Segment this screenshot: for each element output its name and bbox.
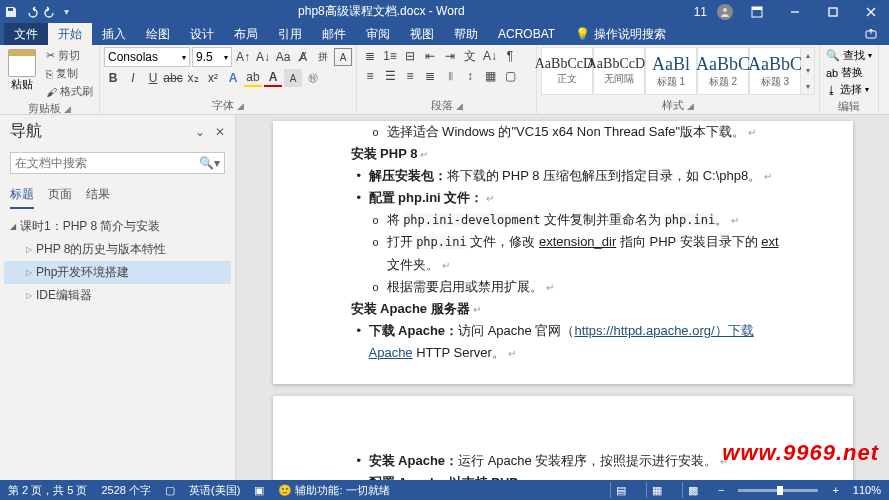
- search-icon[interactable]: 🔍▾: [199, 156, 220, 170]
- bullets-button[interactable]: ≣: [361, 47, 379, 65]
- copy-button[interactable]: ⎘复制: [44, 65, 95, 82]
- tab-view[interactable]: 视图: [400, 23, 444, 46]
- tell-me-search[interactable]: 💡 操作说明搜索: [575, 26, 666, 43]
- style-heading3[interactable]: AaBbC标题 3: [749, 47, 801, 95]
- zoom-level[interactable]: 110%: [853, 484, 881, 496]
- bold-button[interactable]: B: [104, 69, 122, 87]
- nav-dropdown-icon[interactable]: ⌄: [195, 125, 205, 139]
- tab-review[interactable]: 审阅: [356, 23, 400, 46]
- save-icon[interactable]: [4, 5, 18, 19]
- status-accessibility[interactable]: 🙂 辅助功能: 一切就绪: [278, 483, 389, 498]
- tab-mail[interactable]: 邮件: [312, 23, 356, 46]
- nav-tab-results[interactable]: 结果: [86, 182, 110, 209]
- font-name-combo[interactable]: Consolas▾: [104, 47, 190, 67]
- format-painter-button[interactable]: 🖌格式刷: [44, 83, 95, 100]
- tab-help[interactable]: 帮助: [444, 23, 488, 46]
- share-icon[interactable]: [857, 23, 885, 46]
- nav-search-box[interactable]: 🔍▾: [10, 152, 225, 174]
- tab-draw[interactable]: 绘图: [136, 23, 180, 46]
- zoom-slider[interactable]: [738, 489, 818, 492]
- status-lang[interactable]: 英语(美国): [189, 483, 240, 498]
- grow-font-button[interactable]: A↑: [234, 48, 252, 66]
- nav-close-icon[interactable]: ✕: [215, 125, 225, 139]
- enclose-char-button[interactable]: ㊕: [304, 69, 322, 87]
- style-heading2[interactable]: AaBbC标题 2: [697, 47, 749, 95]
- superscript-button[interactable]: x²: [204, 69, 222, 87]
- tree-item-history[interactable]: PHP 8的历史与版本特性: [4, 238, 231, 261]
- style-nospacing[interactable]: AaBbCcDc无间隔: [593, 47, 645, 95]
- tab-references[interactable]: 引用: [268, 23, 312, 46]
- tree-item-ide[interactable]: IDE编辑器: [4, 284, 231, 307]
- multilevel-button[interactable]: ⊟: [401, 47, 419, 65]
- tree-item-lesson1[interactable]: 课时1：PHP 8 简介与安装: [4, 215, 231, 238]
- increase-indent-button[interactable]: ⇥: [441, 47, 459, 65]
- italic-button[interactable]: I: [124, 69, 142, 87]
- undo-icon[interactable]: [24, 5, 38, 19]
- align-left-button[interactable]: ≡: [361, 67, 379, 85]
- align-right-button[interactable]: ≡: [401, 67, 419, 85]
- tab-layout[interactable]: 布局: [224, 23, 268, 46]
- numbering-button[interactable]: 1≡: [381, 47, 399, 65]
- font-color-button[interactable]: A: [264, 69, 282, 87]
- paragraph-launcher-icon[interactable]: ◢: [456, 101, 463, 111]
- asian-layout-button[interactable]: 文: [461, 47, 479, 65]
- replace-button[interactable]: ab替换: [824, 64, 865, 81]
- shading-button[interactable]: ▦: [481, 67, 499, 85]
- status-words[interactable]: 2528 个字: [101, 483, 151, 498]
- shrink-font-button[interactable]: A↓: [254, 48, 272, 66]
- highlight-button[interactable]: ab: [244, 69, 262, 87]
- tab-insert[interactable]: 插入: [92, 23, 136, 46]
- document-area[interactable]: 选择适合 Windows 的"VC15 x64 Non Thread Safe"…: [236, 115, 889, 480]
- style-normal[interactable]: AaBbCcDc正文: [541, 47, 593, 95]
- tab-acrobat[interactable]: ACROBAT: [488, 24, 565, 44]
- distributed-button[interactable]: ⫴: [441, 67, 459, 85]
- underline-button[interactable]: U: [144, 69, 162, 87]
- paste-button[interactable]: 粘贴: [4, 47, 40, 92]
- zoom-in-button[interactable]: +: [832, 484, 838, 496]
- tab-file[interactable]: 文件: [4, 23, 48, 46]
- decrease-indent-button[interactable]: ⇤: [421, 47, 439, 65]
- change-case-button[interactable]: Aa: [274, 48, 292, 66]
- tab-home[interactable]: 开始: [48, 23, 92, 46]
- find-button[interactable]: 🔍查找▾: [824, 47, 874, 64]
- style-heading1[interactable]: AaBl标题 1: [645, 47, 697, 95]
- pinyin-button[interactable]: 拼: [314, 48, 332, 66]
- ribbon-display-icon[interactable]: [743, 0, 771, 23]
- borders-button[interactable]: ▢: [501, 67, 519, 85]
- show-marks-button[interactable]: ¶: [501, 47, 519, 65]
- close-icon[interactable]: [857, 0, 885, 23]
- align-center-button[interactable]: ☰: [381, 67, 399, 85]
- view-web-icon[interactable]: ▩: [682, 482, 704, 498]
- tree-item-devenv[interactable]: Php开发环境搭建: [4, 261, 231, 284]
- status-spellcheck-icon[interactable]: ▢: [165, 484, 175, 497]
- status-page[interactable]: 第 2 页，共 5 页: [8, 483, 87, 498]
- clipboard-launcher-icon[interactable]: ◢: [64, 104, 71, 114]
- clear-format-button[interactable]: A̸: [294, 48, 312, 66]
- redo-icon[interactable]: [44, 5, 58, 19]
- user-avatar-icon[interactable]: [717, 4, 733, 20]
- font-size-combo[interactable]: 9.5▾: [192, 47, 232, 67]
- nav-tab-pages[interactable]: 页面: [48, 182, 72, 209]
- nav-search-input[interactable]: [15, 156, 199, 170]
- subscript-button[interactable]: x₂: [184, 69, 202, 87]
- font-launcher-icon[interactable]: ◢: [237, 101, 244, 111]
- strike-button[interactable]: abc: [164, 69, 182, 87]
- status-macro-icon[interactable]: ▣: [254, 484, 264, 497]
- cut-button[interactable]: ✂剪切: [44, 47, 95, 64]
- char-border-button[interactable]: A: [334, 48, 352, 66]
- sort-button[interactable]: A↓: [481, 47, 499, 65]
- minimize-icon[interactable]: [781, 0, 809, 23]
- maximize-icon[interactable]: [819, 0, 847, 23]
- zoom-out-button[interactable]: −: [718, 484, 724, 496]
- select-button[interactable]: ⭳选择▾: [824, 81, 871, 98]
- line-spacing-button[interactable]: ↕: [461, 67, 479, 85]
- tab-design[interactable]: 设计: [180, 23, 224, 46]
- view-read-icon[interactable]: ▤: [610, 482, 632, 498]
- nav-tab-headings[interactable]: 标题: [10, 182, 34, 209]
- text-effects-button[interactable]: A: [224, 69, 242, 87]
- styles-more-button[interactable]: ▴▾▾: [801, 47, 815, 95]
- styles-launcher-icon[interactable]: ◢: [687, 101, 694, 111]
- char-shading-button[interactable]: A: [284, 69, 302, 87]
- view-print-icon[interactable]: ▦: [646, 482, 668, 498]
- justify-button[interactable]: ≣: [421, 67, 439, 85]
